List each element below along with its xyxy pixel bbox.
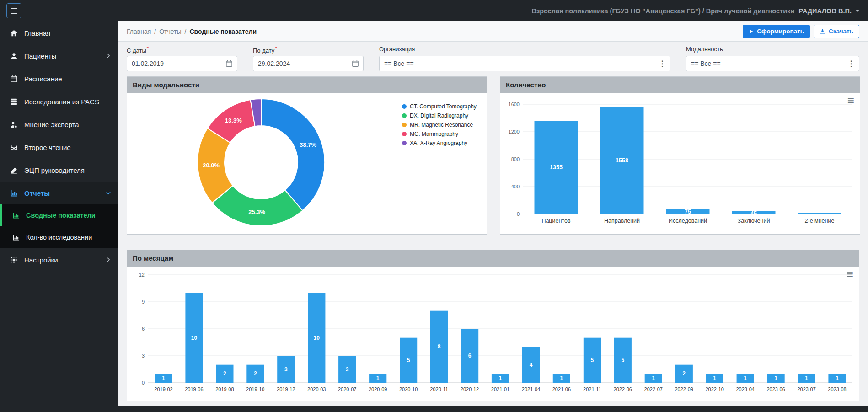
bar-value-label: 1 xyxy=(744,375,747,381)
bar-value-label: 2 xyxy=(254,370,257,377)
donut-slice[interactable] xyxy=(261,99,325,210)
select-input-modality[interactable]: == Все == xyxy=(686,56,859,71)
filter-label-text: С даты xyxy=(127,47,146,54)
x-category-label: 2023-06 xyxy=(766,386,785,392)
x-category-label: 2-е мнение xyxy=(805,218,835,224)
sidebar-item-chief-signature[interactable]: ЭЦП руководителя xyxy=(0,159,118,182)
legend-dot xyxy=(402,104,407,109)
filter-to-date: По дату* 29.02.2024 xyxy=(253,46,364,71)
x-category-label: Пациентов xyxy=(541,218,570,224)
legend-item[interactable]: DX. Digital Radiography xyxy=(402,112,477,119)
panel-monthly: По месяцам 03691212019-02102019-0622019-… xyxy=(127,250,859,401)
bar-value-label: 5 xyxy=(621,357,624,364)
topbar-user-area[interactable]: Взрослая поликлиника (ГБУЗ НО "Авиценска… xyxy=(532,7,859,15)
bar-value-label: 4 xyxy=(530,362,533,368)
filter-label-text: Организация xyxy=(379,46,415,53)
x-category-label: 2022-07 xyxy=(644,386,663,392)
report-actions: Сформировать Скачать xyxy=(743,25,859,38)
download-button[interactable]: Скачать xyxy=(814,25,859,38)
bar-value-label: 1355 xyxy=(550,164,563,171)
x-category-label: 2019-08 xyxy=(215,386,234,392)
bar-value-label: 10 xyxy=(191,335,198,341)
chart-icon xyxy=(11,212,20,219)
topbar: Взрослая поликлиника (ГБУЗ НО "Авиценска… xyxy=(0,0,868,21)
x-category-label: 2019-10 xyxy=(246,386,264,392)
sidebar-item-patients[interactable]: Пациенты xyxy=(0,44,118,67)
legend-label: DX. Digital Radiography xyxy=(410,112,468,119)
donut-legend: CT. Computed TomographyDX. Digital Radio… xyxy=(402,103,477,146)
organization-text: Взрослая поликлиника (ГБУЗ НО "Авиценска… xyxy=(532,7,795,15)
sidebar-item-study-count[interactable]: Кол-во исследований xyxy=(0,226,118,248)
chart-icon xyxy=(10,189,18,197)
breadcrumb-separator: / xyxy=(154,28,156,35)
legend-item[interactable]: XA. X-Ray Angiography xyxy=(402,140,477,146)
pacs-icon xyxy=(10,98,18,106)
bar-value-label: 75 xyxy=(685,209,691,215)
sidebar-item-expert-opinion[interactable]: Мнение эксперта xyxy=(0,113,118,136)
filter-label: По дату* xyxy=(253,46,364,53)
y-tick-label: 400 xyxy=(511,184,520,189)
x-category-label: 2020-07 xyxy=(338,386,356,392)
breadcrumb: Главная/Отчеты/Сводные показатели xyxy=(127,28,257,35)
bar-value-label: 1 xyxy=(836,375,839,381)
sidebar-item-schedule[interactable]: Расписание xyxy=(0,67,118,90)
generate-button-label: Сформировать xyxy=(757,28,804,35)
legend-item[interactable]: MR. Magnetic Resonance xyxy=(402,122,477,128)
panel-quantity: Количество 0400800120016001355Пациентов1… xyxy=(500,76,860,235)
sidebar-item-label: Кол-во исследований xyxy=(26,234,92,241)
chart-menu-icon[interactable] xyxy=(847,94,854,107)
x-category-label: Направлений xyxy=(604,218,640,224)
breadcrumb-item[interactable]: Главная xyxy=(127,28,151,35)
sidebar-toggle-button[interactable] xyxy=(6,3,21,18)
sidebar-item-pacs-studies[interactable]: Исследования из PACS xyxy=(0,90,118,113)
x-category-label: Исследований xyxy=(669,218,707,224)
caret-down-icon xyxy=(856,10,859,12)
x-category-label: 2021-04 xyxy=(522,386,540,392)
download-button-label: Скачать xyxy=(829,28,853,35)
chevron-down-icon xyxy=(106,190,111,196)
select-input-organization[interactable]: == Все == xyxy=(379,56,670,71)
panel-title-modality: Виды модальности xyxy=(127,77,487,93)
home-icon xyxy=(10,29,18,37)
x-category-label: 2020-03 xyxy=(307,386,326,392)
sidebar-item-second-reading[interactable]: Второе чтение xyxy=(0,136,118,159)
dropdown-handle-icon[interactable] xyxy=(843,56,859,71)
breadcrumb-item[interactable]: Отчеты xyxy=(159,28,181,35)
legend-dot xyxy=(402,141,407,145)
sidebar-item-reports[interactable]: Отчеты xyxy=(0,182,118,204)
sidebar-item-settings[interactable]: Настройки xyxy=(0,248,118,271)
sidebar-item-summary-indicators[interactable]: Сводные показатели xyxy=(0,204,118,226)
required-marker: * xyxy=(275,46,277,51)
x-category-label: 2019-02 xyxy=(154,386,172,392)
date-input-from-date[interactable]: 01.02.2019 xyxy=(127,56,237,71)
dropdown-handle-icon[interactable] xyxy=(654,56,670,71)
calendar-icon[interactable] xyxy=(348,56,363,71)
quantity-bar-chart: 0400800120016001355Пациентов1558Направле… xyxy=(500,93,860,234)
bar-value-label: 1 xyxy=(162,375,165,381)
filter-label: Организация xyxy=(379,46,670,53)
legend-item[interactable]: CT. Computed Tomography xyxy=(402,103,477,110)
y-tick-label: 3 xyxy=(142,353,145,358)
calendar-icon[interactable] xyxy=(221,56,237,71)
hamburger-icon xyxy=(11,11,17,11)
sidebar-item-home[interactable]: Главная xyxy=(0,21,118,44)
panel-title-quantity: Количество xyxy=(500,77,860,93)
chevron-right-icon xyxy=(106,53,111,59)
date-input-to-date[interactable]: 29.02.2024 xyxy=(253,56,364,71)
filter-value: 29.02.2024 xyxy=(258,60,348,67)
filter-from-date: С даты* 01.02.2019 xyxy=(127,46,237,71)
bar-value-label: 10 xyxy=(314,335,320,341)
filter-value: == Все == xyxy=(691,60,843,67)
panel-title-monthly: По месяцам xyxy=(127,250,859,267)
chart-menu-icon[interactable] xyxy=(847,268,853,281)
legend-item[interactable]: MG. Mammography xyxy=(402,131,477,137)
y-tick-label: 6 xyxy=(142,326,145,332)
sidebar-item-label: Настройки xyxy=(24,256,58,264)
x-category-label: 2023-08 xyxy=(828,386,846,392)
signature-icon xyxy=(10,166,18,174)
legend-dot xyxy=(402,132,407,136)
charts-row-bottom: По месяцам 03691212019-02102019-0622019-… xyxy=(118,250,868,401)
y-tick-label: 1200 xyxy=(509,129,520,134)
legend-dot xyxy=(402,123,407,127)
generate-report-button[interactable]: Сформировать xyxy=(743,25,810,38)
